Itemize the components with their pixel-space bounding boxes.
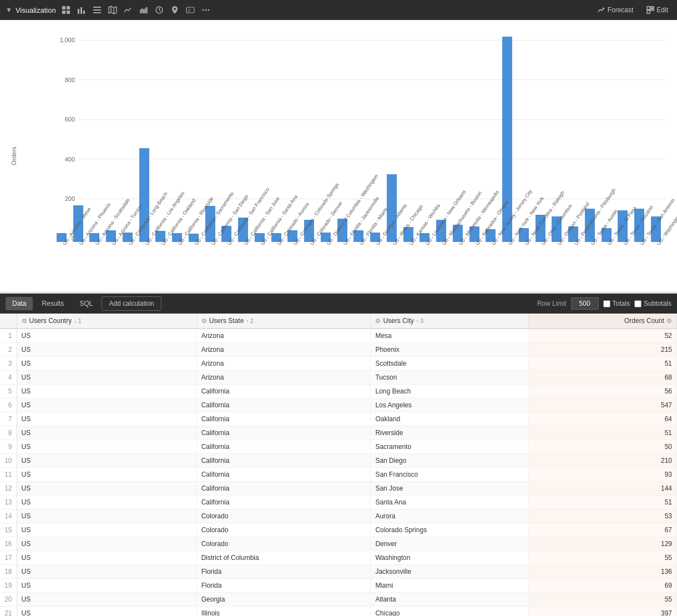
x-label-item: US - Minnesota - Minneapolis (450, 242, 466, 270)
svg-marker-10 (109, 6, 117, 14)
toolbar-icons: 6 (59, 3, 213, 17)
orders-cell: 69 (528, 579, 676, 593)
orders-cell: 50 (528, 440, 676, 454)
x-label-item: US - Arizona - Scottsdale (87, 242, 103, 270)
table-row: 18 US Florida Jacksonville 136 (0, 565, 677, 579)
row-num: 1 (0, 329, 17, 343)
grid-icon[interactable] (59, 3, 73, 17)
bar-group[interactable] (54, 37, 69, 242)
city-cell: San Diego (371, 454, 528, 468)
row-num-header (0, 314, 17, 329)
chart-inner: 1,0008006004002000 US - Arizona - MesaUS… (22, 37, 666, 270)
state-cell: Florida (196, 579, 371, 593)
orders-gear-icon[interactable]: ⚙ (666, 317, 672, 325)
line-chart-icon[interactable] (122, 3, 135, 17)
orders-cell: 136 (528, 565, 676, 579)
map-icon[interactable] (106, 3, 119, 17)
bar-chart-icon[interactable] (75, 3, 88, 17)
x-label-item: US - Colorado - Denver (301, 242, 317, 270)
row-num: 3 (0, 357, 17, 371)
subtotals-checkbox[interactable] (634, 300, 641, 307)
city-cell: Sacramento (371, 440, 528, 454)
row-num: 5 (0, 385, 17, 398)
x-label-item: US - Texas - Houston (615, 242, 631, 270)
x-label-item: US - North Carolina - Raleigh (516, 242, 532, 270)
city-cell: San Jose (371, 482, 528, 496)
more-icon[interactable] (199, 3, 213, 17)
orders-cell: 55 (528, 551, 676, 565)
state-cell: California (196, 468, 371, 482)
x-label-item: US - California - San Jose (235, 242, 251, 270)
svg-point-18 (202, 9, 204, 11)
row-num: 16 (0, 537, 17, 551)
table-row: 13 US California Santa Ana 51 (0, 496, 677, 509)
table-header-row: ⚙ Users Country ↓ 1 ⚙ Users State ↑ 2 (0, 314, 677, 329)
row-num: 15 (0, 523, 17, 537)
city-gear-icon[interactable]: ⚙ (375, 317, 381, 325)
number-badge-icon[interactable]: 6 (184, 3, 197, 17)
table-row: 15 US Colorado Colorado Springs 67 (0, 523, 677, 537)
state-cell: Georgia (196, 593, 371, 607)
row-num: 10 (0, 454, 17, 468)
state-cell: Colorado (196, 537, 371, 551)
state-cell: California (196, 412, 371, 426)
country-cell: US (17, 523, 196, 537)
toolbar-right: Forecast Edit (594, 4, 671, 16)
x-label-item: US - Georgia - Atlanta (367, 242, 383, 270)
svg-rect-7 (93, 7, 101, 8)
x-label-item: US - New York - New York (499, 242, 515, 270)
state-cell: Florida (196, 565, 371, 579)
x-label-item: US - Colorado - Aurora (269, 242, 284, 270)
country-cell: US (17, 579, 196, 593)
city-cell: Oakland (371, 412, 528, 426)
clock-icon[interactable] (153, 3, 166, 17)
svg-rect-4 (78, 9, 79, 14)
totals-checkbox-group[interactable]: Totals (603, 300, 630, 307)
state-cell: California (196, 398, 371, 412)
tab-results[interactable]: Results (35, 297, 70, 310)
orders-cell: 52 (528, 329, 676, 343)
pin-icon[interactable] (168, 3, 181, 17)
x-label-item: US - California - Oakland (153, 242, 169, 270)
orders-cell: 56 (528, 385, 676, 398)
orders-cell: 51 (528, 357, 676, 371)
tab-data[interactable]: Data (6, 297, 33, 310)
row-limit-input[interactable] (571, 297, 599, 310)
x-label-item: US - California - Sacramento (186, 242, 201, 270)
country-cell: US (17, 329, 196, 343)
row-num: 19 (0, 579, 17, 593)
svg-point-20 (208, 9, 209, 11)
svg-rect-22 (651, 7, 654, 8)
x-label-item: US - Nebraska - Omaha (467, 242, 482, 270)
totals-checkbox[interactable] (603, 300, 610, 307)
add-calculation-button[interactable]: Add calculation (102, 296, 161, 311)
country-cell: US (17, 537, 196, 551)
country-gear-icon[interactable]: ⚙ (22, 317, 27, 325)
data-table: ⚙ Users Country ↓ 1 ⚙ Users State ↑ 2 (0, 314, 677, 616)
subtotals-checkbox-group[interactable]: Subtotals (634, 300, 671, 307)
edit-button[interactable]: Edit (643, 4, 671, 16)
orders-cell: 51 (528, 496, 676, 509)
svg-rect-6 (83, 11, 85, 14)
forecast-button[interactable]: Forecast (594, 4, 637, 16)
x-label-item: US - California - Santa Ana (252, 242, 267, 270)
city-cell: Washington (371, 551, 528, 565)
state-cell: California (196, 482, 371, 496)
row-num: 13 (0, 496, 17, 509)
x-label-item: US - Florida - Jacksonville (335, 242, 350, 270)
bar[interactable] (502, 37, 512, 242)
table-row: 2 US Arizona Phoenix 215 (0, 343, 677, 357)
chevron-down-icon[interactable]: ▼ (6, 6, 12, 14)
tab-sql[interactable]: SQL (73, 297, 99, 310)
area-chart-icon[interactable] (137, 3, 150, 17)
row-limit-label: Row Limit (537, 300, 567, 307)
country-cell: US (17, 454, 196, 468)
svg-rect-23 (651, 9, 654, 11)
toolbar-left: ▼ Visualization (6, 3, 590, 17)
table-lines-icon[interactable] (90, 3, 104, 17)
country-cell: US (17, 496, 196, 509)
svg-rect-3 (67, 11, 70, 14)
table-body: 1 US Arizona Mesa 52 2 US Arizona Phoeni… (0, 329, 677, 616)
table-row: 17 US District of Columbia Washington 55 (0, 551, 677, 565)
state-gear-icon[interactable]: ⚙ (201, 317, 207, 325)
